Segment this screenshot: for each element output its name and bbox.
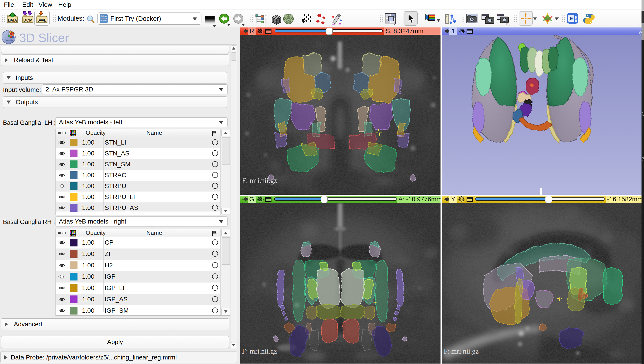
svg-text:DATA: DATA <box>8 18 17 23</box>
svg-text:Loadable: Loadable <box>100 17 108 19</box>
svg-text:F: mri.nii.gz: F: mri.nii.gz <box>444 347 478 355</box>
svg-text:Scripted: Scripted <box>100 15 107 17</box>
svg-text:F: mri.nii.gz: F: mri.nii.gz <box>242 347 277 355</box>
svg-text:Template: Template <box>100 20 108 22</box>
svg-text:Modules:: Modules: <box>58 15 84 22</box>
svg-text:F: mri.nii.gz: F: mri.nii.gz <box>242 176 277 185</box>
svg-text:E: E <box>570 16 573 21</box>
svg-text:First Try (Docker): First Try (Docker) <box>110 15 161 22</box>
svg-text:SAVE: SAVE <box>38 18 46 23</box>
svg-text:DCM: DCM <box>23 18 32 23</box>
